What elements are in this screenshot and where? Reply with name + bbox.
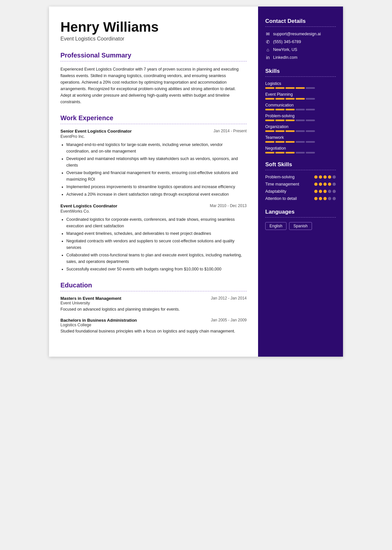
skill-segment	[275, 98, 285, 100]
bullet-item: Implemented process improvements to stre…	[66, 184, 247, 190]
edu-date-0: Jan 2012 - Jan 2014	[211, 296, 247, 300]
skill-name-1: Event Planning	[265, 92, 336, 97]
skill-segment	[286, 98, 295, 100]
dot	[319, 197, 322, 200]
bullet-item: Managed event timelines, schedules, and …	[66, 230, 247, 237]
skill-segment	[296, 87, 305, 89]
skill-segment	[306, 87, 315, 89]
skill-name-0: Logistics	[265, 81, 336, 86]
contact-item-3: inLinkedIn.com	[265, 55, 336, 60]
bullet-item: Negotiated contracts with vendors and su…	[66, 238, 247, 251]
skill-segment	[306, 141, 315, 143]
skill-segment	[265, 98, 274, 100]
job-company-0: EventPro Inc.	[60, 134, 247, 139]
dot	[333, 183, 336, 186]
skill-name-2: Communication	[265, 103, 336, 107]
skill-segment	[275, 141, 285, 143]
skill-segment	[265, 152, 274, 154]
dot	[328, 175, 331, 179]
soft-skill-dots-0	[314, 175, 336, 179]
left-column: Henry Williams Event Logistics Coordinat…	[49, 7, 258, 357]
dot	[323, 183, 327, 186]
skill-segment	[296, 152, 305, 154]
job-bullets-0: Managed end-to-end logistics for large-s…	[60, 141, 247, 198]
skills-list: LogisticsEvent PlanningCommunicationProb…	[265, 81, 336, 154]
skills-divider	[265, 76, 336, 77]
bullet-item: Collaborated with cross-functional teams…	[66, 252, 247, 265]
skill-segment	[275, 109, 285, 110]
person-title: Event Logistics Coordinator	[60, 36, 247, 42]
contact-list: ✉support@resumedesign.ai✆(555) 345-6789⌂…	[265, 31, 336, 60]
education-section: Education Masters in Event ManagementJan…	[60, 282, 247, 334]
skill-name-6: Negotiation	[265, 146, 336, 151]
skill-segment	[296, 120, 305, 121]
soft-skills-list: Problem-solvingTime managementAdaptabili…	[265, 175, 336, 201]
dot	[323, 197, 327, 200]
contact-item-0: ✉support@resumedesign.ai	[265, 31, 336, 37]
contact-title: Contact Details	[265, 18, 336, 24]
skill-row-0: Logistics	[265, 81, 336, 89]
soft-skill-row-0: Problem-solving	[265, 175, 336, 179]
dot	[333, 197, 336, 200]
edu-container: Masters in Event ManagementJan 2012 - Ja…	[60, 296, 247, 334]
job-title-0: Senior Event Logistics Coordinator	[60, 129, 132, 134]
dot	[314, 190, 318, 193]
right-column: Contact Details ✉support@resumedesign.ai…	[258, 7, 343, 357]
contact-text-0: support@resumedesign.ai	[273, 32, 321, 36]
skill-segment	[296, 130, 305, 132]
language-badge-1: Spanish	[289, 222, 312, 230]
soft-skill-name-1: Time management	[265, 182, 314, 186]
dot	[314, 197, 318, 200]
contact-icon-0: ✉	[265, 31, 270, 37]
skill-segment	[265, 130, 274, 132]
skill-bar-2	[265, 109, 336, 110]
skill-segment	[275, 152, 285, 154]
soft-skill-dots-2	[314, 190, 336, 193]
dot	[314, 183, 318, 186]
skill-segment	[286, 109, 295, 110]
skill-segment	[306, 109, 315, 110]
language-badge-0: English	[265, 222, 286, 230]
jobs-container: Senior Event Logistics CoordinatorJan 20…	[60, 129, 247, 272]
skill-segment	[265, 141, 274, 143]
skill-name-4: Organization	[265, 124, 336, 129]
skill-bar-4	[265, 130, 336, 132]
job-block-0: Senior Event Logistics CoordinatorJan 20…	[60, 129, 247, 198]
contact-icon-2: ⌂	[265, 47, 270, 52]
summary-text: Experienced Event Logistics Coordinator …	[60, 66, 247, 105]
bullet-item: Successfully executed over 50 events wit…	[66, 266, 247, 272]
skill-name-3: Problem-solving	[265, 114, 336, 118]
skill-segment	[306, 120, 315, 121]
skill-segment	[306, 130, 315, 132]
summary-divider	[60, 61, 247, 61]
soft-skill-row-3: Attention to detail	[265, 196, 336, 201]
contact-divider	[265, 26, 336, 27]
summary-section: Professional Summary Experienced Event L…	[60, 52, 247, 105]
skill-segment	[296, 141, 305, 143]
job-bullets-1: Coordinated logistics for corporate even…	[60, 216, 247, 272]
job-block-1: Event Logistics CoordinatorMar 2010 - De…	[60, 203, 247, 272]
skill-segment	[296, 98, 305, 100]
contact-icon-3: in	[265, 55, 270, 60]
job-date-1: Mar 2010 - Dec 2013	[210, 203, 247, 208]
soft-skills-title: Soft Skills	[265, 161, 336, 168]
edu-desc-1: Studied foundational business principles…	[60, 328, 247, 334]
skill-segment	[286, 87, 295, 89]
dot	[333, 175, 336, 179]
bullet-item: Achieved a 20% increase in client satisf…	[66, 191, 247, 198]
dot	[333, 190, 336, 193]
skill-segment	[296, 109, 305, 110]
skill-segment	[265, 120, 274, 121]
skill-row-3: Problem-solving	[265, 114, 336, 121]
job-company-1: EventWorks Co.	[60, 209, 247, 214]
edu-block-1: Bachelors in Business AdministrationJan …	[60, 318, 247, 334]
dot	[319, 190, 322, 193]
person-name: Henry Williams	[60, 20, 247, 35]
languages-list: EnglishSpanish	[265, 222, 336, 230]
dot	[328, 197, 331, 200]
skill-segment	[306, 98, 315, 100]
edu-school-0: Event University	[60, 301, 247, 305]
skill-segment	[286, 141, 295, 143]
edu-block-0: Masters in Event ManagementJan 2012 - Ja…	[60, 296, 247, 313]
bullet-item: Oversaw budgeting and financial manageme…	[66, 170, 247, 183]
